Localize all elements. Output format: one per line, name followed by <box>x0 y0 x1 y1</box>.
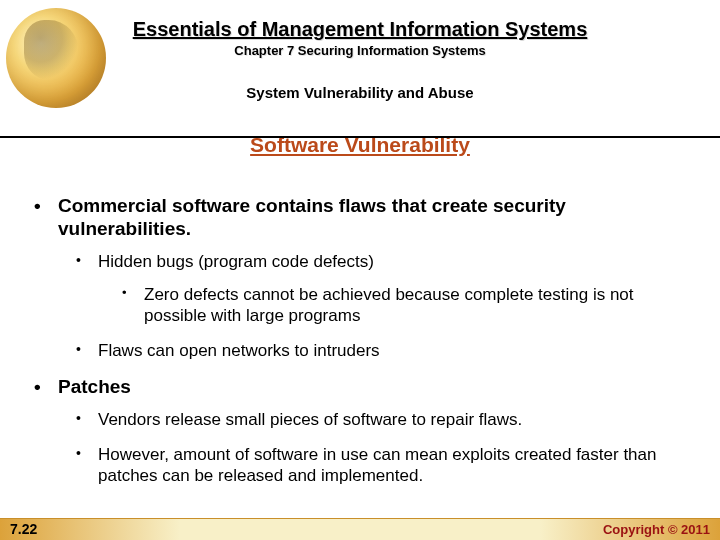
bullet-sub-1a: Hidden bugs (program code defects) Zero … <box>58 252 690 326</box>
bullet-main-2: Patches Vendors release small pieces of … <box>30 375 690 486</box>
slide-content: Commercial software contains flaws that … <box>30 194 690 501</box>
bullet-text: Zero defects cannot be achieved because … <box>144 285 634 325</box>
copyright-label: Copyright © 2011 <box>603 522 710 537</box>
bullet-sub-2a: Vendors release small pieces of software… <box>58 410 690 431</box>
book-title: Essentials of Management Information Sys… <box>0 18 720 41</box>
bullet-sub-1a1: Zero defects cannot be achieved because … <box>98 285 690 326</box>
bullet-text: Vendors release small pieces of software… <box>98 410 522 429</box>
bullet-main-1: Commercial software contains flaws that … <box>30 194 690 361</box>
header-divider <box>0 136 720 138</box>
bullet-text: Flaws can open networks to intruders <box>98 341 380 360</box>
page-number: 7.22 <box>10 521 37 537</box>
slide-header: Essentials of Management Information Sys… <box>0 0 720 101</box>
bullet-sub-2b: However, amount of software in use can m… <box>58 445 690 486</box>
bullet-text: Patches <box>58 376 131 397</box>
bullet-sub-1b: Flaws can open networks to intruders <box>58 341 690 362</box>
bullet-text: Commercial software contains flaws that … <box>58 195 566 239</box>
section-label: System Vulnerability and Abuse <box>0 84 720 101</box>
bullet-text: However, amount of software in use can m… <box>98 445 656 485</box>
bullet-text: Hidden bugs (program code defects) <box>98 252 374 271</box>
chapter-label: Chapter 7 Securing Information Systems <box>0 43 720 58</box>
